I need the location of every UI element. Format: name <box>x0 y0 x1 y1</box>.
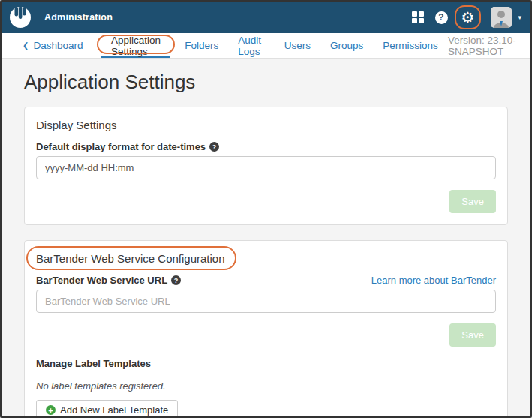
display-settings-heading: Display Settings <box>36 119 496 131</box>
tab-audit-logs[interactable]: Audit Logs <box>228 33 275 58</box>
save-button[interactable]: Save <box>449 323 496 347</box>
date-format-label: Default display format for date-times ? <box>36 141 496 152</box>
display-settings-panel: Display Settings Default display format … <box>24 107 508 225</box>
tab-users[interactable]: Users <box>275 33 320 58</box>
manage-label-templates-heading: Manage Label Templates <box>36 358 496 369</box>
settings-gear-button[interactable]: ⚙ <box>459 10 477 25</box>
app-title: Administration <box>44 12 113 23</box>
help-icon[interactable]: ? <box>435 11 448 24</box>
plus-icon: + <box>46 405 56 415</box>
bartender-url-label-text: BarTender Web Service URL <box>36 275 167 286</box>
app-window: Administration ? ⚙ ▾ ❮ Dashboard <box>0 0 532 418</box>
app-logo-icon[interactable] <box>9 6 32 29</box>
bartender-heading-text: BarTender Web Service Configuration <box>36 252 225 265</box>
tab-permissions[interactable]: Permissions <box>373 33 448 58</box>
tab-folders[interactable]: Folders <box>175 33 228 58</box>
nav-dashboard-label: Dashboard <box>33 40 83 51</box>
help-icon[interactable]: ? <box>171 275 181 285</box>
chevron-left-icon: ❮ <box>23 41 29 50</box>
tab-application-settings[interactable]: Application Settings <box>101 33 170 58</box>
no-templates-text: No label templates registered. <box>36 380 496 392</box>
app-header: Administration ? ⚙ ▾ <box>2 2 530 33</box>
nav-dashboard-link[interactable]: ❮ Dashboard <box>12 33 93 58</box>
learn-more-link[interactable]: Learn more about BarTender <box>371 275 496 286</box>
add-new-label-template-button[interactable]: + Add New Label Template <box>36 400 178 416</box>
user-menu-caret-icon[interactable]: ▾ <box>518 14 521 21</box>
tab-groups[interactable]: Groups <box>320 33 373 58</box>
version-label: Version: 23.10-SNAPSHOT <box>448 33 517 58</box>
bartender-url-label: BarTender Web Service URL ? <box>36 275 181 286</box>
add-button-label: Add New Label Template <box>60 404 168 416</box>
bartender-url-input[interactable] <box>36 290 496 313</box>
tab-application-settings-label: Application Settings <box>111 35 161 57</box>
user-avatar[interactable] <box>491 7 512 28</box>
date-format-input[interactable] <box>36 156 496 179</box>
bartender-label-row: BarTender Web Service URL ? Learn more a… <box>36 275 496 290</box>
nav-divider <box>95 38 95 53</box>
gear-icon: ⚙ <box>461 10 475 25</box>
bartender-panel: BarTender Web Service Configuration BarT… <box>24 240 508 416</box>
nav-bar: ❮ Dashboard Application Settings Folders… <box>2 33 530 59</box>
date-format-label-text: Default display format for date-times <box>36 141 206 152</box>
help-icon[interactable]: ? <box>209 142 219 152</box>
main-content: Application Settings Display Settings De… <box>2 59 530 416</box>
product-menu-grid-icon[interactable] <box>412 11 424 23</box>
save-button[interactable]: Save <box>449 190 496 213</box>
page-title: Application Settings <box>24 71 508 94</box>
save-row: Save <box>36 323 496 347</box>
header-actions: ? ⚙ ▾ <box>412 7 521 28</box>
bartender-heading: BarTender Web Service Configuration <box>36 252 496 265</box>
save-row: Save <box>36 190 496 213</box>
